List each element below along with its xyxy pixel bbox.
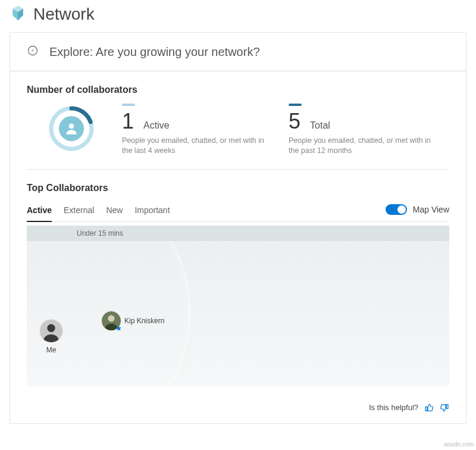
- page-header: Network: [0, 0, 476, 32]
- network-icon: [10, 5, 26, 24]
- main-card: Explore: Are you growing your network? N…: [10, 32, 466, 424]
- accent-bar: [289, 104, 302, 106]
- stat-value: 5: [289, 111, 300, 132]
- avatar-me: [40, 320, 62, 342]
- star-icon: [115, 325, 122, 332]
- stat-total: 5 Total People you emailed, chatted, or …: [283, 104, 449, 156]
- explore-heading: Explore: Are you growing your network?: [49, 45, 260, 59]
- stat-value: 1: [122, 111, 134, 132]
- stat-active: 1 Active People you emailed, chatted, or…: [116, 104, 283, 156]
- accent-bar: [122, 104, 135, 106]
- svg-point-10: [47, 324, 55, 332]
- node-collaborator[interactable]: Kip Kniskern: [102, 311, 164, 330]
- stats-title: Number of collaborators: [27, 85, 449, 95]
- top-collaborators: Top Collaborators Active External New Im…: [10, 183, 466, 398]
- thumb-up-icon[interactable]: [424, 403, 434, 412]
- top-collab-title: Top Collaborators: [27, 183, 449, 193]
- map-ring-label: Under 15 mins: [27, 226, 449, 241]
- collaborator-map: Under 15 mins Me Kip Kni: [27, 226, 449, 386]
- stats-row: 1 Active People you emailed, chatted, or…: [27, 104, 449, 170]
- feedback-prompt: Is this helpful?: [369, 403, 418, 412]
- tab-active[interactable]: Active: [27, 202, 52, 222]
- thumb-down-icon[interactable]: [440, 403, 449, 412]
- compass-icon: [27, 45, 39, 59]
- page-title: Network: [33, 5, 95, 24]
- svg-marker-13: [116, 326, 121, 331]
- tabs: Active External New Important: [27, 202, 386, 221]
- tab-important[interactable]: Important: [134, 202, 170, 221]
- node-collaborator-label: Kip Kniskern: [124, 317, 164, 325]
- svg-point-12: [108, 315, 114, 321]
- feedback-row: Is this helpful?: [10, 398, 466, 423]
- toggle-label: Map View: [413, 205, 449, 214]
- collaborator-stats: Number of collaborators 1 Active: [10, 71, 466, 170]
- map-view-toggle: Map View: [386, 204, 449, 218]
- svg-point-8: [69, 124, 74, 129]
- toggle-switch[interactable]: [386, 204, 407, 215]
- node-me-label: Me: [46, 346, 57, 354]
- tab-row: Active External New Important Map View: [27, 202, 449, 222]
- explore-row[interactable]: Explore: Are you growing your network?: [10, 33, 466, 71]
- stat-description: People you emailed, chatted, or met with…: [289, 136, 431, 156]
- tab-new[interactable]: New: [106, 202, 123, 221]
- person-icon: [59, 116, 84, 141]
- stat-label: Active: [143, 120, 170, 131]
- stat-description: People you emailed, chatted, or met with…: [122, 136, 265, 156]
- map-body: Me Kip Kniskern: [27, 241, 449, 386]
- tab-external[interactable]: External: [64, 202, 94, 221]
- stat-label: Total: [310, 120, 330, 131]
- radial-chart: [27, 104, 116, 154]
- node-me[interactable]: Me: [40, 320, 62, 354]
